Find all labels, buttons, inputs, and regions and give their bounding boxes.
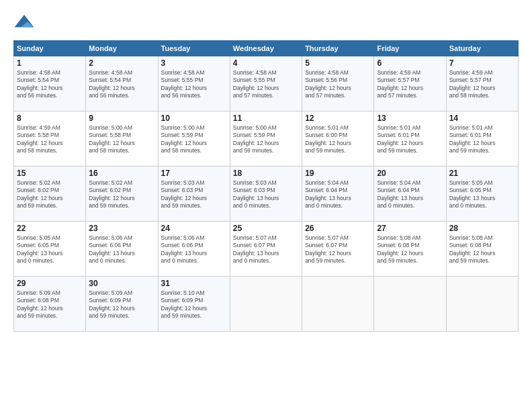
day-info: Sunrise: 4:59 AM Sunset: 5:57 PM Dayligh… (449, 69, 515, 100)
day-number: 30 (89, 279, 154, 288)
calendar-day-cell: 24Sunrise: 5:06 AM Sunset: 6:06 PM Dayli… (158, 222, 230, 277)
day-number: 5 (305, 58, 371, 68)
calendar-day-cell: 23Sunrise: 5:06 AM Sunset: 6:06 PM Dayli… (86, 222, 158, 277)
day-number: 18 (233, 169, 299, 178)
day-info: Sunrise: 5:06 AM Sunset: 6:06 PM Dayligh… (89, 234, 154, 265)
empty-day-cell (374, 277, 446, 332)
day-number: 31 (161, 279, 227, 288)
day-info: Sunrise: 5:00 AM Sunset: 5:59 PM Dayligh… (233, 124, 299, 155)
day-number: 24 (161, 224, 227, 233)
day-number: 16 (89, 169, 154, 178)
calendar-day-cell: 22Sunrise: 5:05 AM Sunset: 6:05 PM Dayli… (14, 222, 86, 277)
day-info: Sunrise: 5:06 AM Sunset: 6:06 PM Dayligh… (161, 234, 227, 265)
calendar-day-cell: 16Sunrise: 5:02 AM Sunset: 6:02 PM Dayli… (86, 167, 158, 222)
day-number: 20 (377, 169, 443, 178)
calendar-day-cell: 31Sunrise: 5:10 AM Sunset: 6:09 PM Dayli… (158, 277, 230, 332)
day-info: Sunrise: 5:03 AM Sunset: 6:03 PM Dayligh… (161, 179, 227, 210)
day-info: Sunrise: 5:10 AM Sunset: 6:09 PM Dayligh… (161, 289, 227, 320)
calendar-day-cell: 29Sunrise: 5:09 AM Sunset: 6:08 PM Dayli… (14, 277, 86, 332)
weekday-header: Thursday (302, 41, 374, 56)
day-info: Sunrise: 5:01 AM Sunset: 6:01 PM Dayligh… (449, 124, 515, 155)
weekday-header: Monday (86, 41, 158, 56)
day-info: Sunrise: 4:58 AM Sunset: 5:54 PM Dayligh… (89, 69, 154, 100)
day-info: Sunrise: 5:08 AM Sunset: 6:08 PM Dayligh… (449, 234, 515, 265)
weekday-header: Wednesday (230, 41, 302, 56)
day-number: 28 (449, 224, 515, 233)
day-number: 6 (377, 58, 443, 68)
day-number: 10 (161, 113, 227, 123)
day-number: 4 (233, 58, 299, 68)
calendar-day-cell: 21Sunrise: 5:05 AM Sunset: 6:05 PM Dayli… (446, 167, 518, 222)
day-info: Sunrise: 5:03 AM Sunset: 6:03 PM Dayligh… (233, 179, 299, 210)
calendar-day-cell: 12Sunrise: 5:01 AM Sunset: 6:00 PM Dayli… (302, 111, 374, 167)
calendar-day-cell: 9Sunrise: 5:00 AM Sunset: 5:58 PM Daylig… (86, 111, 158, 167)
day-info: Sunrise: 5:04 AM Sunset: 6:04 PM Dayligh… (305, 179, 371, 210)
calendar-week-row: 1Sunrise: 4:58 AM Sunset: 5:54 PM Daylig… (14, 56, 519, 111)
day-info: Sunrise: 5:07 AM Sunset: 6:07 PM Dayligh… (233, 234, 299, 265)
calendar-day-cell: 26Sunrise: 5:07 AM Sunset: 6:07 PM Dayli… (302, 222, 374, 277)
day-info: Sunrise: 5:01 AM Sunset: 6:00 PM Dayligh… (305, 124, 371, 155)
calendar-day-cell: 20Sunrise: 5:04 AM Sunset: 6:04 PM Dayli… (374, 167, 446, 222)
calendar-day-cell: 14Sunrise: 5:01 AM Sunset: 6:01 PM Dayli… (446, 111, 518, 167)
day-number: 25 (233, 224, 299, 233)
day-info: Sunrise: 5:02 AM Sunset: 6:02 PM Dayligh… (89, 179, 154, 210)
day-number: 7 (449, 58, 515, 68)
day-info: Sunrise: 5:02 AM Sunset: 6:02 PM Dayligh… (17, 179, 83, 210)
day-info: Sunrise: 5:07 AM Sunset: 6:07 PM Dayligh… (305, 234, 371, 265)
day-number: 11 (233, 113, 299, 123)
calendar-day-cell: 7Sunrise: 4:59 AM Sunset: 5:57 PM Daylig… (446, 56, 518, 111)
empty-day-cell (446, 277, 518, 332)
day-number: 9 (89, 113, 154, 123)
calendar-day-cell: 25Sunrise: 5:07 AM Sunset: 6:07 PM Dayli… (230, 222, 302, 277)
calendar-day-cell: 13Sunrise: 5:01 AM Sunset: 6:01 PM Dayli… (374, 111, 446, 167)
calendar-week-row: 22Sunrise: 5:05 AM Sunset: 6:05 PM Dayli… (14, 222, 519, 277)
day-info: Sunrise: 5:09 AM Sunset: 6:08 PM Dayligh… (17, 289, 83, 320)
calendar-day-cell: 4Sunrise: 4:58 AM Sunset: 5:55 PM Daylig… (230, 56, 302, 111)
day-info: Sunrise: 5:00 AM Sunset: 5:59 PM Dayligh… (161, 124, 227, 155)
day-number: 29 (17, 279, 83, 288)
day-info: Sunrise: 4:58 AM Sunset: 5:55 PM Dayligh… (161, 69, 227, 100)
day-info: Sunrise: 4:58 AM Sunset: 5:54 PM Dayligh… (17, 69, 83, 100)
calendar-week-row: 8Sunrise: 4:59 AM Sunset: 5:58 PM Daylig… (14, 111, 519, 167)
day-info: Sunrise: 4:58 AM Sunset: 5:56 PM Dayligh… (305, 69, 371, 100)
calendar-day-cell: 27Sunrise: 5:08 AM Sunset: 6:08 PM Dayli… (374, 222, 446, 277)
calendar-day-cell: 11Sunrise: 5:00 AM Sunset: 5:59 PM Dayli… (230, 111, 302, 167)
calendar-day-cell: 15Sunrise: 5:02 AM Sunset: 6:02 PM Dayli… (14, 167, 86, 222)
day-number: 2 (89, 58, 154, 68)
weekday-header: Tuesday (158, 41, 230, 56)
calendar-day-cell: 1Sunrise: 4:58 AM Sunset: 5:54 PM Daylig… (14, 56, 86, 111)
empty-day-cell (302, 277, 374, 332)
day-info: Sunrise: 4:59 AM Sunset: 5:58 PM Dayligh… (17, 124, 83, 155)
day-number: 15 (17, 169, 83, 178)
calendar-day-cell: 19Sunrise: 5:04 AM Sunset: 6:04 PM Dayli… (302, 167, 374, 222)
calendar-day-cell: 30Sunrise: 5:09 AM Sunset: 6:09 PM Dayli… (86, 277, 158, 332)
calendar-week-row: 15Sunrise: 5:02 AM Sunset: 6:02 PM Dayli… (14, 167, 519, 222)
calendar-day-cell: 8Sunrise: 4:59 AM Sunset: 5:58 PM Daylig… (14, 111, 86, 167)
day-number: 23 (89, 224, 154, 233)
calendar-day-cell: 17Sunrise: 5:03 AM Sunset: 6:03 PM Dayli… (158, 167, 230, 222)
calendar-day-cell: 28Sunrise: 5:08 AM Sunset: 6:08 PM Dayli… (446, 222, 518, 277)
weekday-header: Saturday (446, 41, 518, 56)
day-info: Sunrise: 5:01 AM Sunset: 6:01 PM Dayligh… (377, 124, 443, 155)
calendar-day-cell: 5Sunrise: 4:58 AM Sunset: 5:56 PM Daylig… (302, 56, 374, 111)
day-number: 3 (161, 58, 227, 68)
day-info: Sunrise: 5:00 AM Sunset: 5:58 PM Dayligh… (89, 124, 154, 155)
day-number: 22 (17, 224, 83, 233)
calendar-week-row: 29Sunrise: 5:09 AM Sunset: 6:08 PM Dayli… (14, 277, 519, 332)
day-number: 13 (377, 113, 443, 123)
logo (13, 12, 39, 34)
weekday-header: Sunday (14, 41, 86, 56)
day-number: 27 (377, 224, 443, 233)
day-number: 14 (449, 113, 515, 123)
day-info: Sunrise: 5:08 AM Sunset: 6:08 PM Dayligh… (377, 234, 443, 265)
calendar-day-cell: 10Sunrise: 5:00 AM Sunset: 5:59 PM Dayli… (158, 111, 230, 167)
day-info: Sunrise: 4:59 AM Sunset: 5:57 PM Dayligh… (377, 69, 443, 100)
day-info: Sunrise: 5:05 AM Sunset: 6:05 PM Dayligh… (17, 234, 83, 265)
logo-icon (13, 12, 35, 34)
day-number: 8 (17, 113, 83, 123)
day-number: 26 (305, 224, 371, 233)
day-info: Sunrise: 5:04 AM Sunset: 6:04 PM Dayligh… (377, 179, 443, 210)
weekday-header: Friday (374, 41, 446, 56)
empty-day-cell (230, 277, 302, 332)
day-number: 1 (17, 58, 83, 68)
